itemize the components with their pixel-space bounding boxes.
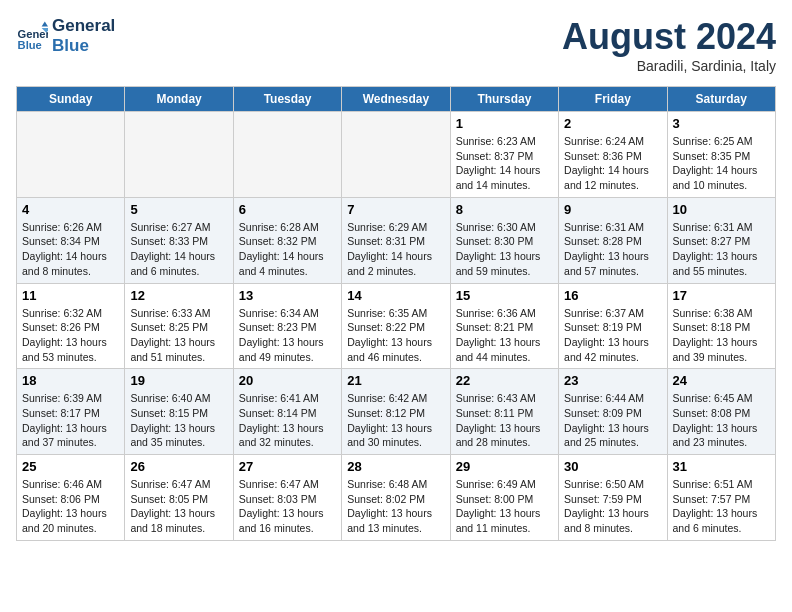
col-header-thursday: Thursday xyxy=(450,87,558,112)
calendar-cell: 8Sunrise: 6:30 AMSunset: 8:30 PMDaylight… xyxy=(450,197,558,283)
cell-details: Sunrise: 6:38 AMSunset: 8:18 PMDaylight:… xyxy=(673,306,770,365)
calendar-cell: 30Sunrise: 6:50 AMSunset: 7:59 PMDayligh… xyxy=(559,455,667,541)
calendar-cell: 29Sunrise: 6:49 AMSunset: 8:00 PMDayligh… xyxy=(450,455,558,541)
day-number: 9 xyxy=(564,202,661,217)
calendar-cell: 11Sunrise: 6:32 AMSunset: 8:26 PMDayligh… xyxy=(17,283,125,369)
calendar-cell: 13Sunrise: 6:34 AMSunset: 8:23 PMDayligh… xyxy=(233,283,341,369)
calendar-cell: 27Sunrise: 6:47 AMSunset: 8:03 PMDayligh… xyxy=(233,455,341,541)
col-header-friday: Friday xyxy=(559,87,667,112)
calendar-table: SundayMondayTuesdayWednesdayThursdayFrid… xyxy=(16,86,776,541)
cell-details: Sunrise: 6:32 AMSunset: 8:26 PMDaylight:… xyxy=(22,306,119,365)
cell-details: Sunrise: 6:26 AMSunset: 8:34 PMDaylight:… xyxy=(22,220,119,279)
day-number: 25 xyxy=(22,459,119,474)
cell-details: Sunrise: 6:36 AMSunset: 8:21 PMDaylight:… xyxy=(456,306,553,365)
calendar-cell: 31Sunrise: 6:51 AMSunset: 7:57 PMDayligh… xyxy=(667,455,775,541)
calendar-header-row: SundayMondayTuesdayWednesdayThursdayFrid… xyxy=(17,87,776,112)
day-number: 20 xyxy=(239,373,336,388)
calendar-cell: 14Sunrise: 6:35 AMSunset: 8:22 PMDayligh… xyxy=(342,283,450,369)
cell-details: Sunrise: 6:33 AMSunset: 8:25 PMDaylight:… xyxy=(130,306,227,365)
svg-marker-2 xyxy=(42,21,48,26)
day-number: 31 xyxy=(673,459,770,474)
calendar-cell: 3Sunrise: 6:25 AMSunset: 8:35 PMDaylight… xyxy=(667,112,775,198)
cell-details: Sunrise: 6:44 AMSunset: 8:09 PMDaylight:… xyxy=(564,391,661,450)
day-number: 28 xyxy=(347,459,444,474)
day-number: 22 xyxy=(456,373,553,388)
cell-details: Sunrise: 6:31 AMSunset: 8:27 PMDaylight:… xyxy=(673,220,770,279)
calendar-cell: 5Sunrise: 6:27 AMSunset: 8:33 PMDaylight… xyxy=(125,197,233,283)
logo-general: General xyxy=(52,16,115,36)
day-number: 11 xyxy=(22,288,119,303)
calendar-cell: 1Sunrise: 6:23 AMSunset: 8:37 PMDaylight… xyxy=(450,112,558,198)
logo-icon: General Blue xyxy=(16,20,48,52)
day-number: 6 xyxy=(239,202,336,217)
logo: General Blue General Blue xyxy=(16,16,115,55)
day-number: 1 xyxy=(456,116,553,131)
calendar-cell: 7Sunrise: 6:29 AMSunset: 8:31 PMDaylight… xyxy=(342,197,450,283)
day-number: 4 xyxy=(22,202,119,217)
cell-details: Sunrise: 6:24 AMSunset: 8:36 PMDaylight:… xyxy=(564,134,661,193)
calendar-cell: 25Sunrise: 6:46 AMSunset: 8:06 PMDayligh… xyxy=(17,455,125,541)
col-header-wednesday: Wednesday xyxy=(342,87,450,112)
cell-details: Sunrise: 6:35 AMSunset: 8:22 PMDaylight:… xyxy=(347,306,444,365)
cell-details: Sunrise: 6:47 AMSunset: 8:05 PMDaylight:… xyxy=(130,477,227,536)
day-number: 3 xyxy=(673,116,770,131)
cell-details: Sunrise: 6:39 AMSunset: 8:17 PMDaylight:… xyxy=(22,391,119,450)
calendar-cell xyxy=(342,112,450,198)
cell-details: Sunrise: 6:31 AMSunset: 8:28 PMDaylight:… xyxy=(564,220,661,279)
calendar-cell: 6Sunrise: 6:28 AMSunset: 8:32 PMDaylight… xyxy=(233,197,341,283)
day-number: 27 xyxy=(239,459,336,474)
calendar-cell: 2Sunrise: 6:24 AMSunset: 8:36 PMDaylight… xyxy=(559,112,667,198)
cell-details: Sunrise: 6:23 AMSunset: 8:37 PMDaylight:… xyxy=(456,134,553,193)
day-number: 30 xyxy=(564,459,661,474)
calendar-week-row: 18Sunrise: 6:39 AMSunset: 8:17 PMDayligh… xyxy=(17,369,776,455)
cell-details: Sunrise: 6:45 AMSunset: 8:08 PMDaylight:… xyxy=(673,391,770,450)
calendar-cell: 19Sunrise: 6:40 AMSunset: 8:15 PMDayligh… xyxy=(125,369,233,455)
cell-details: Sunrise: 6:42 AMSunset: 8:12 PMDaylight:… xyxy=(347,391,444,450)
calendar-cell: 15Sunrise: 6:36 AMSunset: 8:21 PMDayligh… xyxy=(450,283,558,369)
cell-details: Sunrise: 6:51 AMSunset: 7:57 PMDaylight:… xyxy=(673,477,770,536)
cell-details: Sunrise: 6:28 AMSunset: 8:32 PMDaylight:… xyxy=(239,220,336,279)
day-number: 8 xyxy=(456,202,553,217)
cell-details: Sunrise: 6:47 AMSunset: 8:03 PMDaylight:… xyxy=(239,477,336,536)
cell-details: Sunrise: 6:49 AMSunset: 8:00 PMDaylight:… xyxy=(456,477,553,536)
calendar-cell: 4Sunrise: 6:26 AMSunset: 8:34 PMDaylight… xyxy=(17,197,125,283)
day-number: 19 xyxy=(130,373,227,388)
day-number: 18 xyxy=(22,373,119,388)
month-title: August 2024 xyxy=(562,16,776,58)
cell-details: Sunrise: 6:27 AMSunset: 8:33 PMDaylight:… xyxy=(130,220,227,279)
col-header-sunday: Sunday xyxy=(17,87,125,112)
logo-blue: Blue xyxy=(52,36,115,56)
cell-details: Sunrise: 6:40 AMSunset: 8:15 PMDaylight:… xyxy=(130,391,227,450)
calendar-cell: 16Sunrise: 6:37 AMSunset: 8:19 PMDayligh… xyxy=(559,283,667,369)
day-number: 12 xyxy=(130,288,227,303)
calendar-cell: 10Sunrise: 6:31 AMSunset: 8:27 PMDayligh… xyxy=(667,197,775,283)
calendar-cell: 12Sunrise: 6:33 AMSunset: 8:25 PMDayligh… xyxy=(125,283,233,369)
day-number: 26 xyxy=(130,459,227,474)
cell-details: Sunrise: 6:50 AMSunset: 7:59 PMDaylight:… xyxy=(564,477,661,536)
cell-details: Sunrise: 6:29 AMSunset: 8:31 PMDaylight:… xyxy=(347,220,444,279)
day-number: 29 xyxy=(456,459,553,474)
cell-details: Sunrise: 6:46 AMSunset: 8:06 PMDaylight:… xyxy=(22,477,119,536)
calendar-cell xyxy=(125,112,233,198)
cell-details: Sunrise: 6:43 AMSunset: 8:11 PMDaylight:… xyxy=(456,391,553,450)
calendar-week-row: 4Sunrise: 6:26 AMSunset: 8:34 PMDaylight… xyxy=(17,197,776,283)
col-header-monday: Monday xyxy=(125,87,233,112)
calendar-cell: 24Sunrise: 6:45 AMSunset: 8:08 PMDayligh… xyxy=(667,369,775,455)
day-number: 2 xyxy=(564,116,661,131)
calendar-week-row: 11Sunrise: 6:32 AMSunset: 8:26 PMDayligh… xyxy=(17,283,776,369)
calendar-cell: 18Sunrise: 6:39 AMSunset: 8:17 PMDayligh… xyxy=(17,369,125,455)
calendar-cell: 28Sunrise: 6:48 AMSunset: 8:02 PMDayligh… xyxy=(342,455,450,541)
calendar-cell xyxy=(233,112,341,198)
day-number: 5 xyxy=(130,202,227,217)
day-number: 15 xyxy=(456,288,553,303)
day-number: 17 xyxy=(673,288,770,303)
calendar-week-row: 25Sunrise: 6:46 AMSunset: 8:06 PMDayligh… xyxy=(17,455,776,541)
calendar-cell: 22Sunrise: 6:43 AMSunset: 8:11 PMDayligh… xyxy=(450,369,558,455)
day-number: 7 xyxy=(347,202,444,217)
col-header-tuesday: Tuesday xyxy=(233,87,341,112)
day-number: 13 xyxy=(239,288,336,303)
cell-details: Sunrise: 6:37 AMSunset: 8:19 PMDaylight:… xyxy=(564,306,661,365)
calendar-cell: 20Sunrise: 6:41 AMSunset: 8:14 PMDayligh… xyxy=(233,369,341,455)
day-number: 23 xyxy=(564,373,661,388)
day-number: 16 xyxy=(564,288,661,303)
